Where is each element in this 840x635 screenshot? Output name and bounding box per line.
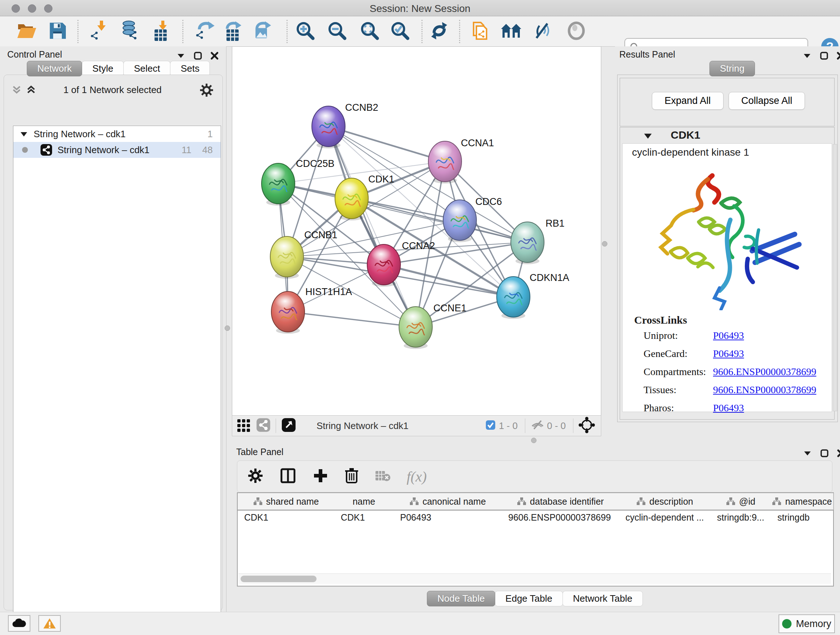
tab-edge-table[interactable]: Edge Table <box>495 591 563 606</box>
crosslink-link[interactable]: P06493 <box>713 348 744 359</box>
table-horizontal-scrollbar[interactable] <box>238 573 831 584</box>
right-splitter-handle[interactable] <box>602 241 607 247</box>
zoom-out-button[interactable] <box>327 21 347 42</box>
network-list-box: 1 of 1 Network selected String Network –… <box>4 74 223 610</box>
pan-crosshair-icon[interactable] <box>578 417 595 435</box>
crosslink-link[interactable]: 9606.ENSP00000378699 <box>713 366 816 378</box>
export-image-button[interactable] <box>252 21 272 42</box>
column-header-canonicalname[interactable]: canonical name <box>393 493 502 510</box>
collapse-all-chevron-icon[interactable] <box>11 84 23 97</box>
crosslink-link[interactable]: P06493 <box>713 330 744 341</box>
main-toolbar: ? <box>0 16 840 47</box>
tab-string[interactable]: String <box>709 61 755 76</box>
cell-databaseidentifier[interactable]: 9606.ENSP00000378699 <box>502 510 619 524</box>
node-CDKN1A[interactable] <box>497 277 530 319</box>
table-panel-title: Table Panel <box>236 447 284 457</box>
save-session-button[interactable] <box>49 21 66 42</box>
node-CCNB2[interactable] <box>312 106 345 149</box>
control-panel-close-icon[interactable] <box>210 51 219 60</box>
network-collection-row[interactable]: String Network – cdk1 1 <box>13 126 221 142</box>
show-columns-icon[interactable] <box>279 467 297 486</box>
delete-column-trash-icon[interactable] <box>344 467 359 486</box>
tab-sets[interactable]: Sets <box>170 61 210 76</box>
memory-status-dot-icon <box>782 619 791 629</box>
zoom-selected-button[interactable] <box>390 21 410 42</box>
results-panel-float-icon[interactable] <box>820 51 829 60</box>
cell-name[interactable]: CDK1 <box>334 510 393 524</box>
cell-sharedname[interactable]: CDK1 <box>238 510 334 524</box>
crosslink-label: Uniprot: <box>644 330 713 341</box>
horizontal-splitter[interactable] <box>232 435 840 445</box>
export-table-button[interactable] <box>222 21 242 42</box>
results-panel-menu-icon[interactable] <box>802 52 812 59</box>
table-panel-float-icon[interactable] <box>820 449 829 458</box>
network-selected-status: 1 of 1 Network selected <box>58 84 167 96</box>
cell-description[interactable]: cyclin-dependent ... <box>619 510 711 524</box>
import-table-button[interactable] <box>151 21 170 42</box>
cell-namespace[interactable]: stringdb <box>771 510 833 524</box>
collapse-all-button[interactable]: Collapse All <box>729 92 805 110</box>
hide-graphics-button[interactable] <box>533 21 553 42</box>
control-panel-menu-icon[interactable] <box>176 52 186 59</box>
tab-network[interactable]: Network <box>27 61 82 76</box>
network-options-gear-icon[interactable] <box>199 83 214 99</box>
birdseye-grid-icon[interactable] <box>236 417 252 434</box>
column-header-namespace[interactable]: namespace <box>771 493 834 510</box>
cell-canonicalname[interactable]: P06493 <box>393 510 502 524</box>
control-panel-float-icon[interactable] <box>194 51 202 60</box>
node-CCNE1[interactable] <box>399 307 432 349</box>
node-HIST1H1A[interactable] <box>271 291 305 334</box>
network-row-selected[interactable]: String Network – cdk1 11 48 <box>13 142 221 158</box>
expand-all-chevron-icon[interactable] <box>25 84 37 97</box>
warning-status-button[interactable] <box>38 615 61 632</box>
selected-checkbox-icon[interactable] <box>485 420 496 432</box>
edge-HIST1H1A-CCNE1[interactable] <box>288 312 416 327</box>
table-scrollbar-thumb[interactable] <box>240 576 317 582</box>
apply-layout-button[interactable] <box>430 21 448 42</box>
gene-section-expand-icon[interactable] <box>643 130 653 141</box>
add-column-plus-icon[interactable] <box>313 468 328 485</box>
memory-button[interactable]: Memory <box>778 614 835 633</box>
cloud-status-button[interactable] <box>8 615 30 632</box>
column-header-sharedname[interactable]: shared name <box>238 493 335 510</box>
node-CCNB1[interactable] <box>270 236 303 279</box>
edge-CCNB2-CCNA1[interactable] <box>328 126 445 162</box>
tree-expand-icon[interactable] <box>19 129 28 139</box>
node-CCNA1[interactable] <box>428 141 462 184</box>
import-network-button[interactable] <box>89 21 108 42</box>
zoom-in-button[interactable] <box>295 21 315 42</box>
results-scrollbar[interactable] <box>833 144 837 411</box>
column-header-databaseidentifier[interactable]: database identifier <box>502 493 619 510</box>
hidden-eye-icon[interactable] <box>531 419 545 432</box>
import-database-button[interactable] <box>119 21 141 42</box>
node-CDC25B[interactable] <box>262 163 295 206</box>
home-button[interactable] <box>500 22 522 41</box>
column-header-id[interactable]: @id <box>711 493 771 510</box>
zoom-fit-button[interactable] <box>360 21 379 42</box>
crosslink-label: Compartments: <box>644 366 713 378</box>
node-RB1[interactable] <box>511 222 544 264</box>
table-panel-close-icon[interactable] <box>837 449 840 458</box>
node-table[interactable]: shared namenamecanonical namedatabase id… <box>237 492 834 586</box>
popout-view-icon[interactable] <box>281 417 296 434</box>
open-session-button[interactable] <box>17 21 37 42</box>
column-header-description[interactable]: description <box>619 493 711 510</box>
string-share-icon[interactable] <box>256 418 271 434</box>
cell-id[interactable]: stringdb:9... <box>711 510 771 524</box>
table-settings-gear-icon[interactable] <box>248 468 264 485</box>
tab-select[interactable]: Select <box>123 61 171 76</box>
crosslink-link[interactable]: 9606.ENSP00000378699 <box>713 384 816 396</box>
tab-network-table[interactable]: Network Table <box>562 591 643 606</box>
left-splitter-handle[interactable] <box>225 325 230 331</box>
table-panel-menu-icon[interactable] <box>803 450 812 457</box>
detail-eye-button[interactable] <box>567 21 586 42</box>
export-network-button[interactable] <box>195 21 215 42</box>
copy-documents-button[interactable] <box>471 20 489 43</box>
crosslink-link[interactable]: P06493 <box>713 402 744 414</box>
results-panel-close-icon[interactable] <box>836 51 840 60</box>
tab-style[interactable]: Style <box>82 61 124 76</box>
tab-node-table[interactable]: Node Table <box>427 591 495 606</box>
column-header-name[interactable]: name <box>334 493 394 510</box>
network-canvas[interactable]: CCNB2CCNA1CDC25BCDK1CDC6RB1CCNB1CCNA2CDK… <box>232 46 601 416</box>
expand-all-button[interactable]: Expand All <box>652 92 723 110</box>
